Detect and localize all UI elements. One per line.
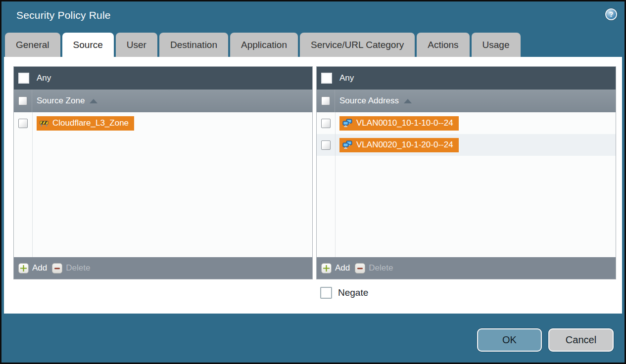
sort-ascending-icon[interactable] — [404, 99, 412, 103]
source-zone-any-bar: Any — [14, 67, 312, 90]
ok-button[interactable]: OK — [477, 328, 542, 352]
add-button[interactable]: Add — [321, 263, 350, 273]
add-plus-icon — [18, 263, 29, 273]
source-address-any-bar: Any — [317, 67, 616, 90]
source-zone-any-checkbox[interactable] — [18, 73, 29, 84]
table-row: VLAN0010_10-1-10-0--24 — [317, 112, 616, 134]
row-checkbox[interactable] — [321, 119, 331, 128]
add-button-label: Add — [335, 263, 350, 273]
row-checkbox-cell — [317, 112, 335, 134]
tab-user[interactable]: User — [116, 33, 157, 57]
security-policy-rule-dialog: Security Policy Rule ? General Source Us… — [0, 0, 626, 364]
tab-bar: General Source User Destination Applicat… — [5, 33, 521, 57]
network-icon — [342, 119, 352, 128]
cancel-button[interactable]: Cancel — [548, 328, 614, 352]
title-bar: Security Policy Rule ? — [1, 1, 625, 33]
delete-button-label: Delete — [369, 263, 393, 273]
address-chip-label: VLAN0020_10-1-20-0--24 — [356, 140, 453, 150]
zone-icon — [40, 120, 48, 127]
source-address-rows: VLAN0010_10-1-10-0--24 — [317, 112, 616, 257]
select-all-cell — [317, 90, 335, 112]
tab-usage[interactable]: Usage — [472, 33, 521, 57]
source-tab-content: Any Source Zone — [4, 57, 622, 314]
source-address-select-all-checkbox[interactable] — [321, 96, 330, 105]
table-row: Cloudflare_L3_Zone — [14, 112, 312, 134]
negate-checkbox[interactable] — [320, 287, 332, 299]
source-address-any-label: Any — [339, 73, 354, 83]
select-all-cell — [14, 90, 32, 112]
source-address-any-checkbox[interactable] — [321, 73, 332, 84]
source-address-toolbar: Add Delete — [317, 257, 616, 279]
source-address-column-header: Source Address — [317, 90, 616, 112]
source-zone-column-header: Source Zone — [14, 90, 312, 112]
negate-label: Negate — [338, 287, 368, 298]
row-checkbox[interactable] — [321, 140, 331, 150]
sort-ascending-icon[interactable] — [90, 99, 97, 103]
source-zone-toolbar: Add Delete — [14, 257, 312, 279]
tab-actions[interactable]: Actions — [417, 33, 469, 57]
zone-chip-label: Cloudflare_L3_Zone — [52, 118, 129, 128]
row-checkbox-cell — [14, 112, 32, 134]
page-title: Security Policy Rule — [16, 9, 111, 21]
row-checkbox[interactable] — [18, 119, 28, 128]
add-button-label: Add — [32, 263, 47, 273]
tab-destination[interactable]: Destination — [159, 33, 228, 57]
delete-minus-icon — [52, 263, 62, 273]
source-zone-any-label: Any — [37, 73, 51, 83]
source-address-panel: Any Source Address — [316, 66, 616, 279]
tab-application[interactable]: Application — [230, 33, 298, 57]
negate-row: Negate — [320, 287, 368, 299]
delete-minus-icon — [355, 263, 365, 273]
network-icon — [342, 140, 352, 149]
address-chip[interactable]: VLAN0010_10-1-10-0--24 — [339, 116, 459, 131]
address-chip-label: VLAN0010_10-1-10-0--24 — [356, 118, 453, 128]
source-zone-select-all-checkbox[interactable] — [18, 96, 27, 105]
address-chip[interactable]: VLAN0020_10-1-20-0--24 — [339, 138, 459, 152]
tab-source[interactable]: Source — [62, 33, 114, 57]
source-zone-rows: Cloudflare_L3_Zone — [14, 112, 312, 257]
source-address-column-label: Source Address — [339, 96, 399, 106]
table-row: VLAN0020_10-1-20-0--24 — [317, 134, 616, 156]
tab-general[interactable]: General — [5, 33, 60, 57]
add-button[interactable]: Add — [18, 263, 47, 273]
zone-chip[interactable]: Cloudflare_L3_Zone — [37, 116, 134, 131]
delete-button-label: Delete — [66, 263, 90, 273]
row-checkbox-cell — [317, 134, 335, 156]
source-zone-column-label: Source Zone — [37, 96, 85, 106]
source-zone-panel: Any Source Zone — [13, 66, 313, 279]
delete-button[interactable]: Delete — [355, 263, 393, 273]
help-icon[interactable]: ? — [605, 8, 617, 20]
delete-button[interactable]: Delete — [52, 263, 90, 273]
tab-service-url-category[interactable]: Service/URL Category — [300, 33, 415, 57]
add-plus-icon — [321, 263, 332, 273]
